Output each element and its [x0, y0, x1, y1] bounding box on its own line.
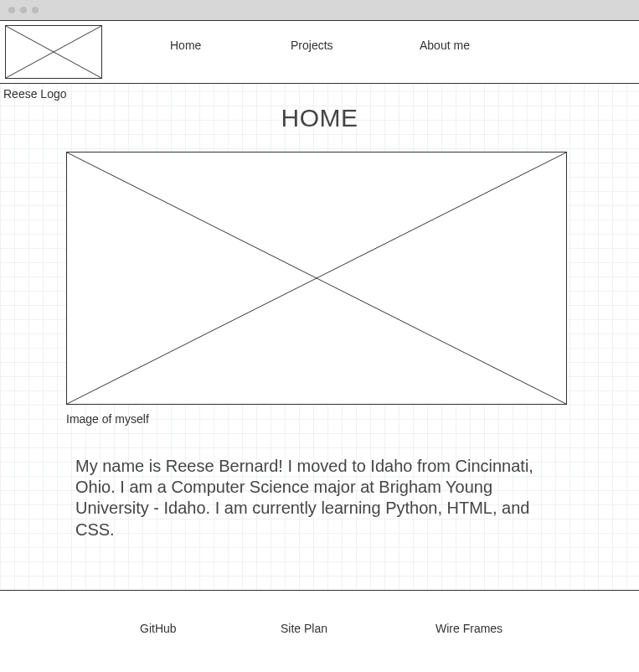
- footer-link-github[interactable]: GitHub: [140, 622, 177, 635]
- window-dot-close[interactable]: [8, 7, 15, 13]
- nav-link-projects[interactable]: Projects: [291, 39, 333, 52]
- logo-image-placeholder: [5, 25, 102, 79]
- hero-image-placeholder: [66, 152, 567, 405]
- footer-link-siteplan[interactable]: Site Plan: [281, 622, 327, 635]
- window-titlebar: [0, 0, 639, 20]
- nav-link-about[interactable]: About me: [420, 39, 470, 52]
- wireframe-canvas: Reese Logo Home Projects About me HOME I…: [0, 20, 639, 672]
- hero-caption: Image of myself: [66, 412, 149, 426]
- footer-link-wireframes[interactable]: Wire Frames: [435, 622, 502, 635]
- page-title: HOME: [0, 104, 639, 132]
- window-dot-minimize[interactable]: [20, 7, 27, 13]
- logo-caption: Reese Logo: [3, 87, 67, 101]
- nav-link-home[interactable]: Home: [170, 39, 201, 52]
- window-dot-zoom[interactable]: [32, 7, 39, 13]
- bio-paragraph: My name is Reese Bernard! I moved to Ida…: [75, 456, 561, 540]
